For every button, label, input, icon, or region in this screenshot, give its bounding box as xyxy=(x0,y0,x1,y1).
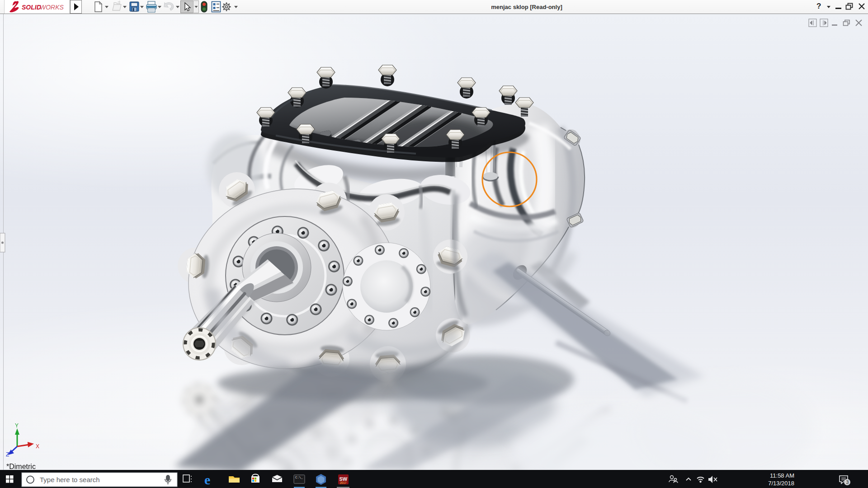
svg-text:SOLID: SOLID xyxy=(22,4,41,11)
svg-text:X: X xyxy=(36,443,39,450)
svg-text:C:\_: C:\_ xyxy=(295,476,303,479)
svg-text:11:58 AM: 11:58 AM xyxy=(770,472,794,479)
svg-text:WORKS: WORKS xyxy=(40,4,64,11)
svg-text:Y: Y xyxy=(15,422,19,429)
svg-text:Z: Z xyxy=(6,451,9,458)
svg-text:e: e xyxy=(204,472,210,487)
svg-text:3: 3 xyxy=(846,479,849,485)
svg-text:7/13/2018: 7/13/2018 xyxy=(768,480,794,487)
svg-text:*Dimetric: *Dimetric xyxy=(6,463,36,470)
svg-text:Type here to search: Type here to search xyxy=(40,476,100,483)
svg-text:2017: 2017 xyxy=(340,481,347,484)
